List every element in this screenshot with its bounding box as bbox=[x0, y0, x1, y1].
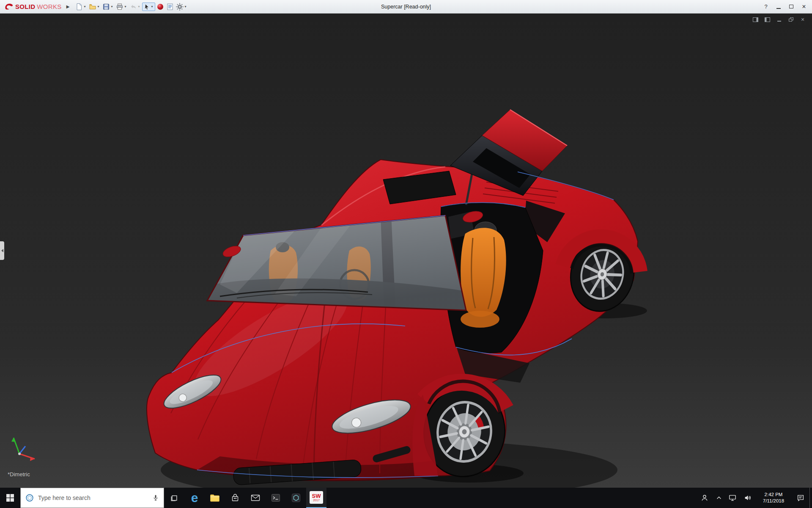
show-desktop-button[interactable] bbox=[809, 488, 812, 508]
options-gear-icon bbox=[176, 3, 184, 11]
dropdown-arrow[interactable]: ▾ bbox=[124, 5, 127, 8]
view-orientation-label: *Dimetric bbox=[8, 471, 30, 478]
print-button[interactable]: ▾ bbox=[115, 1, 128, 12]
solidworks-logo: SOLIDWORKS bbox=[2, 3, 64, 11]
cortana-icon bbox=[25, 493, 34, 502]
taskbar-clock[interactable]: 2:42 PM 7/11/2018 bbox=[755, 488, 792, 508]
store-icon bbox=[230, 493, 240, 502]
undo-button[interactable]: ▾ bbox=[129, 1, 142, 12]
appearance-sphere-icon bbox=[156, 3, 164, 11]
task-view-button[interactable] bbox=[164, 488, 184, 508]
network-icon bbox=[728, 494, 737, 502]
doc-restore-button[interactable] bbox=[787, 16, 795, 23]
system-tray: 2:42 PM 7/11/2018 bbox=[696, 488, 812, 508]
minimize-icon bbox=[777, 21, 781, 22]
3d-scene[interactable] bbox=[0, 14, 812, 488]
chevron-up-icon bbox=[716, 495, 722, 501]
chevron-left-icon bbox=[1, 249, 3, 252]
file-properties-icon bbox=[166, 3, 174, 11]
undo-icon bbox=[129, 3, 137, 11]
start-button[interactable] bbox=[0, 488, 20, 508]
taskbar-app-file-explorer[interactable] bbox=[205, 488, 225, 508]
file-explorer-icon bbox=[210, 493, 220, 502]
task-view-icon bbox=[170, 494, 178, 502]
taskbar-app-solidworks[interactable]: SW 2017 bbox=[306, 488, 326, 508]
sw-icon-year: 2017 bbox=[313, 499, 320, 502]
search-placeholder: Type here to search bbox=[38, 494, 148, 501]
maximize-button[interactable] bbox=[785, 1, 798, 12]
options-button[interactable]: ▾ bbox=[175, 1, 188, 12]
file-properties-button[interactable] bbox=[165, 1, 175, 12]
select-tool-button[interactable]: ▾ bbox=[142, 3, 155, 11]
taskbar-search-input[interactable]: Type here to search bbox=[20, 488, 164, 508]
select-cursor-icon bbox=[143, 3, 150, 10]
logo-text-solid: SOLID bbox=[15, 3, 35, 10]
volume-icon bbox=[743, 494, 752, 502]
action-center-button[interactable] bbox=[792, 488, 809, 508]
maximize-icon bbox=[789, 5, 793, 8]
logo-text-works: WORKS bbox=[37, 3, 61, 10]
title-bar: SOLIDWORKS ▶ ▾ ▾ ▾ bbox=[0, 0, 812, 14]
feature-manager-collapsed-tab[interactable] bbox=[0, 241, 4, 260]
taskbar-app-console[interactable] bbox=[266, 488, 286, 508]
menu-flyout-button[interactable]: ▶ bbox=[64, 2, 72, 12]
doc-close-button[interactable]: × bbox=[798, 16, 807, 23]
save-icon bbox=[102, 3, 110, 11]
dropdown-arrow[interactable]: ▾ bbox=[151, 5, 154, 8]
people-icon bbox=[700, 494, 709, 502]
edge-icon: e bbox=[191, 491, 198, 504]
solidworks-window: SOLIDWORKS ▶ ▾ ▾ ▾ bbox=[0, 0, 812, 508]
network-button[interactable] bbox=[725, 488, 740, 508]
restore-icon bbox=[789, 17, 793, 22]
sw-icon-text: SW bbox=[312, 493, 321, 499]
solidworks-ds-icon bbox=[4, 3, 14, 11]
dropdown-arrow[interactable]: ▾ bbox=[83, 5, 87, 8]
people-button[interactable] bbox=[696, 488, 713, 508]
mail-icon bbox=[251, 494, 260, 502]
minimize-button[interactable] bbox=[772, 1, 785, 12]
appearances-button[interactable] bbox=[156, 1, 165, 12]
display-pane-icon bbox=[753, 17, 758, 22]
window-controls: ? × bbox=[760, 1, 810, 12]
volume-button[interactable] bbox=[740, 488, 755, 508]
standard-toolbar: ▾ ▾ ▾ ▾ bbox=[74, 1, 188, 12]
taskbar-app-cad-tool[interactable] bbox=[286, 488, 306, 508]
open-button[interactable]: ▾ bbox=[88, 1, 101, 12]
windows-taskbar: Type here to search e bbox=[0, 488, 812, 508]
new-document-icon bbox=[75, 3, 83, 11]
clock-date: 7/11/2018 bbox=[763, 498, 784, 504]
dropdown-arrow[interactable]: ▾ bbox=[97, 5, 100, 8]
display-pane-button[interactable] bbox=[751, 16, 760, 23]
close-button[interactable]: × bbox=[798, 1, 810, 12]
cad-app-icon bbox=[291, 493, 301, 502]
dropdown-arrow[interactable]: ▾ bbox=[184, 5, 187, 8]
print-icon bbox=[116, 3, 123, 11]
dropdown-arrow[interactable]: ▾ bbox=[110, 5, 114, 8]
action-center-icon bbox=[796, 494, 805, 502]
save-button[interactable]: ▾ bbox=[102, 1, 115, 12]
clock-time: 2:42 PM bbox=[765, 491, 783, 498]
new-document-button[interactable]: ▾ bbox=[74, 1, 88, 12]
windows-logo-icon bbox=[6, 494, 14, 502]
taskbar-app-mail[interactable] bbox=[245, 488, 266, 508]
feature-pane-icon bbox=[765, 17, 770, 22]
graphics-viewport[interactable]: × *Dimetric bbox=[0, 14, 812, 488]
open-icon bbox=[89, 3, 96, 11]
dropdown-arrow[interactable]: ▾ bbox=[137, 5, 141, 8]
tray-overflow-button[interactable] bbox=[713, 488, 725, 508]
taskbar-app-edge[interactable]: e bbox=[184, 488, 205, 508]
console-icon bbox=[271, 494, 280, 502]
doc-minimize-button[interactable] bbox=[775, 16, 783, 23]
minimize-icon bbox=[776, 8, 781, 9]
solidworks-taskbar-icon: SW 2017 bbox=[310, 491, 323, 504]
taskbar-app-store[interactable] bbox=[225, 488, 245, 508]
microphone-icon[interactable] bbox=[152, 494, 159, 502]
document-window-controls: × bbox=[751, 16, 807, 23]
feature-pane-button[interactable] bbox=[763, 16, 771, 23]
help-button[interactable]: ? bbox=[760, 1, 772, 12]
